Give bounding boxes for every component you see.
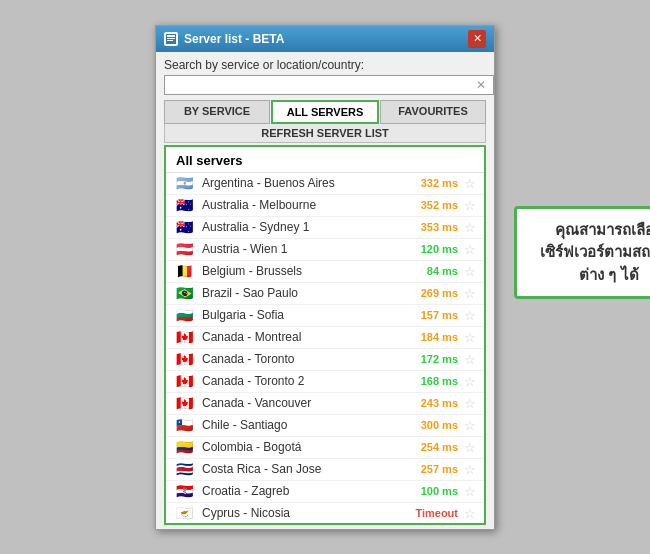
server-latency: 269 ms [403, 287, 458, 299]
svg-rect-3 [167, 40, 173, 41]
favourite-star-icon[interactable]: ☆ [464, 242, 476, 257]
country-flag: 🇨🇷 [174, 462, 194, 476]
server-list-item[interactable]: 🇨🇦Canada - Toronto172 ms☆ [166, 349, 484, 371]
server-name: Bulgaria - Sofia [202, 308, 403, 322]
server-latency: 120 ms [403, 243, 458, 255]
search-row: ✕ [164, 75, 486, 95]
server-name: Chile - Santiago [202, 418, 403, 432]
search-clear-icon[interactable]: ✕ [476, 78, 486, 92]
server-name: Cyprus - Nicosia [202, 506, 403, 520]
server-latency: 157 ms [403, 309, 458, 321]
server-name: Belgium - Brussels [202, 264, 403, 278]
server-name: Canada - Vancouver [202, 396, 403, 410]
favourite-star-icon[interactable]: ☆ [464, 506, 476, 521]
favourite-star-icon[interactable]: ☆ [464, 484, 476, 499]
country-flag: 🇨🇦 [174, 352, 194, 366]
server-list-item[interactable]: 🇦🇷Argentina - Buenos Aires332 ms☆ [166, 173, 484, 195]
favourite-star-icon[interactable]: ☆ [464, 330, 476, 345]
window-icon [164, 32, 178, 46]
server-name: Australia - Melbourne [202, 198, 403, 212]
country-flag: 🇭🇷 [174, 484, 194, 498]
favourite-star-icon[interactable]: ☆ [464, 352, 476, 367]
search-label: Search by service or location/country: [164, 58, 486, 72]
server-latency: 243 ms [403, 397, 458, 409]
server-list-item[interactable]: 🇨🇦Canada - Vancouver243 ms☆ [166, 393, 484, 415]
country-flag: 🇨🇴 [174, 440, 194, 454]
server-list-item[interactable]: 🇦🇹Austria - Wien 1120 ms☆ [166, 239, 484, 261]
server-name: Argentina - Buenos Aires [202, 176, 403, 190]
country-flag: 🇨🇱 [174, 418, 194, 432]
search-input[interactable] [164, 75, 494, 95]
title-bar: Server list - BETA ✕ [156, 26, 494, 52]
server-name: Austria - Wien 1 [202, 242, 403, 256]
tab-all-servers[interactable]: ALL SERVERS [271, 100, 379, 124]
country-flag: 🇦🇹 [174, 242, 194, 256]
server-latency: 168 ms [403, 375, 458, 387]
country-flag: 🇨🇦 [174, 330, 194, 344]
server-latency: 257 ms [403, 463, 458, 475]
server-list-item[interactable]: 🇦🇺Australia - Melbourne352 ms☆ [166, 195, 484, 217]
server-list-item[interactable]: 🇨🇦Canada - Toronto 2168 ms☆ [166, 371, 484, 393]
server-name: Costa Rica - San Jose [202, 462, 403, 476]
svg-rect-1 [167, 35, 175, 37]
server-list-header: All servers [166, 147, 484, 173]
annotation-box: คุณสามารถเลือกเซิร์ฟเวอร์ตามสถานที่ต่าง … [514, 206, 650, 300]
country-flag: 🇧🇷 [174, 286, 194, 300]
server-list-item[interactable]: 🇧🇬Bulgaria - Sofia157 ms☆ [166, 305, 484, 327]
favourite-star-icon[interactable]: ☆ [464, 220, 476, 235]
server-name: Canada - Toronto 2 [202, 374, 403, 388]
server-name: Croatia - Zagreb [202, 484, 403, 498]
favourite-star-icon[interactable]: ☆ [464, 440, 476, 455]
country-flag: 🇦🇷 [174, 176, 194, 190]
favourite-star-icon[interactable]: ☆ [464, 198, 476, 213]
favourite-star-icon[interactable]: ☆ [464, 286, 476, 301]
server-latency: 332 ms [403, 177, 458, 189]
country-flag: 🇨🇾 [174, 506, 194, 520]
country-flag: 🇦🇺 [174, 220, 194, 234]
favourite-star-icon[interactable]: ☆ [464, 418, 476, 433]
server-items-container: 🇦🇷Argentina - Buenos Aires332 ms☆🇦🇺Austr… [166, 173, 484, 525]
annotation-text: คุณสามารถเลือกเซิร์ฟเวอร์ตามสถานที่ต่าง … [540, 221, 650, 283]
server-name: Colombia - Bogotá [202, 440, 403, 454]
country-flag: 🇨🇦 [174, 374, 194, 388]
favourite-star-icon[interactable]: ☆ [464, 264, 476, 279]
favourite-star-icon[interactable]: ☆ [464, 176, 476, 191]
server-list-item[interactable]: 🇨🇷Costa Rica - San Jose257 ms☆ [166, 459, 484, 481]
server-list-item[interactable]: 🇦🇺Australia - Sydney 1353 ms☆ [166, 217, 484, 239]
server-list-item[interactable]: 🇧🇷Brazil - Sao Paulo269 ms☆ [166, 283, 484, 305]
server-latency: 254 ms [403, 441, 458, 453]
favourite-star-icon[interactable]: ☆ [464, 462, 476, 477]
window-title: Server list - BETA [184, 32, 284, 46]
country-flag: 🇦🇺 [174, 198, 194, 212]
server-latency: 300 ms [403, 419, 458, 431]
country-flag: 🇧🇬 [174, 308, 194, 322]
server-list-item[interactable]: 🇨🇴Colombia - Bogotá254 ms☆ [166, 437, 484, 459]
server-list[interactable]: All servers 🇦🇷Argentina - Buenos Aires33… [164, 145, 486, 525]
server-list-item[interactable]: 🇧🇪Belgium - Brussels84 ms☆ [166, 261, 484, 283]
svg-rect-2 [167, 38, 175, 39]
server-latency: 84 ms [403, 265, 458, 277]
tab-bar: BY SERVICE ALL SERVERS FAVOURITES [164, 100, 486, 124]
server-latency: Timeout [403, 507, 458, 519]
server-latency: 172 ms [403, 353, 458, 365]
server-latency: 352 ms [403, 199, 458, 211]
server-list-item[interactable]: 🇭🇷Croatia - Zagreb100 ms☆ [166, 481, 484, 503]
favourite-star-icon[interactable]: ☆ [464, 374, 476, 389]
close-button[interactable]: ✕ [468, 30, 486, 48]
server-latency: 353 ms [403, 221, 458, 233]
window-body: Search by service or location/country: ✕… [156, 52, 494, 529]
server-latency: 100 ms [403, 485, 458, 497]
server-name: Brazil - Sao Paulo [202, 286, 403, 300]
server-list-item[interactable]: 🇨🇱Chile - Santiago300 ms☆ [166, 415, 484, 437]
server-name: Canada - Toronto [202, 352, 403, 366]
country-flag: 🇧🇪 [174, 264, 194, 278]
tab-by-service[interactable]: BY SERVICE [164, 100, 270, 124]
country-flag: 🇨🇦 [174, 396, 194, 410]
tab-favourites[interactable]: FAVOURITES [380, 100, 486, 124]
server-list-item[interactable]: 🇨🇾Cyprus - NicosiaTimeout☆ [166, 503, 484, 525]
refresh-button[interactable]: REFRESH SERVER LIST [164, 124, 486, 143]
favourite-star-icon[interactable]: ☆ [464, 308, 476, 323]
server-latency: 184 ms [403, 331, 458, 343]
server-list-item[interactable]: 🇨🇦Canada - Montreal184 ms☆ [166, 327, 484, 349]
favourite-star-icon[interactable]: ☆ [464, 396, 476, 411]
